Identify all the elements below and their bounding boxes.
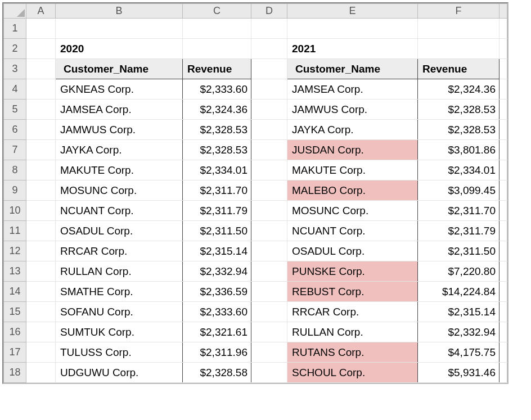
row-6[interactable]: 6JAMWUS Corp.$2,328.53JAYKA Corp.$2,328.… [4, 120, 507, 140]
right-rev-16[interactable]: $2,332.94 [418, 322, 500, 342]
cell-C1[interactable] [183, 19, 251, 39]
left-name-17[interactable]: TULUSS Corp. [56, 342, 183, 363]
left-header-rev[interactable]: Revenue [183, 59, 251, 79]
cell-A5[interactable] [26, 100, 56, 120]
right-rev-5[interactable]: $2,328.53 [418, 100, 500, 120]
row-3[interactable]: 3 Customer_Name Revenue Customer_Name Re… [4, 59, 507, 79]
right-rev-6[interactable]: $2,328.53 [418, 120, 500, 140]
right-rev-18[interactable]: $5,931.46 [418, 363, 500, 383]
right-name-4[interactable]: JAMSEA Corp. [287, 79, 418, 100]
cell-D5[interactable] [251, 100, 287, 120]
right-name-14[interactable]: REBUST Corp. [287, 282, 418, 302]
cell-E1[interactable] [287, 19, 418, 39]
cell-D18[interactable] [251, 363, 287, 383]
left-name-15[interactable]: SOFANU Corp. [56, 302, 183, 322]
cell-A17[interactable] [26, 342, 56, 363]
right-name-9[interactable]: MALEBO Corp. [287, 180, 418, 201]
right-name-12[interactable]: OSADUL Corp. [287, 241, 418, 261]
col-header-F[interactable]: F [418, 4, 500, 19]
cell-D9[interactable] [251, 180, 287, 201]
right-header-name[interactable]: Customer_Name [287, 59, 418, 79]
row-8[interactable]: 8MAKUTE Corp.$2,334.01MAKUTE Corp.$2,334… [4, 160, 507, 180]
right-name-6[interactable]: JAYKA Corp. [287, 120, 418, 140]
row-header-12[interactable]: 12 [4, 241, 26, 261]
right-name-15[interactable]: RRCAR Corp. [287, 302, 418, 322]
cell-A4[interactable] [26, 79, 56, 100]
cell-A1[interactable] [26, 19, 56, 39]
right-name-5[interactable]: JAMWUS Corp. [287, 100, 418, 120]
left-name-8[interactable]: MAKUTE Corp. [56, 160, 183, 180]
row-header-1[interactable]: 1 [4, 19, 26, 39]
right-rev-14[interactable]: $14,224.84 [418, 282, 500, 302]
row-header-15[interactable]: 15 [4, 302, 26, 322]
cell-A6[interactable] [26, 120, 56, 140]
row-header-13[interactable]: 13 [4, 261, 26, 282]
row-16[interactable]: 16SUMTUK Corp.$2,321.61RULLAN Corp.$2,33… [4, 322, 507, 342]
col-header-C[interactable]: C [183, 4, 251, 19]
cell-B2-year-left[interactable]: 2020 [56, 39, 183, 59]
cell-A10[interactable] [26, 201, 56, 221]
row-11[interactable]: 11OSADUL Corp.$2,311.50NCUANT Corp.$2,31… [4, 221, 507, 241]
cell-F2[interactable] [418, 39, 500, 59]
row-header-8[interactable]: 8 [4, 160, 26, 180]
row-header-9[interactable]: 9 [4, 180, 26, 201]
row-17[interactable]: 17TULUSS Corp.$2,311.96RUTANS Corp.$4,17… [4, 342, 507, 363]
cell-C2[interactable] [183, 39, 251, 59]
right-rev-8[interactable]: $2,334.01 [418, 160, 500, 180]
cell-A18[interactable] [26, 363, 56, 383]
left-name-11[interactable]: OSADUL Corp. [56, 221, 183, 241]
left-name-12[interactable]: RRCAR Corp. [56, 241, 183, 261]
col-header-D[interactable]: D [251, 4, 287, 19]
col-header-A[interactable]: A [26, 4, 56, 19]
grid[interactable]: A B C D E F 1 2 2020 2021 3 Customer_Nam… [3, 3, 507, 383]
left-name-9[interactable]: MOSUNC Corp. [56, 180, 183, 201]
cell-A14[interactable] [26, 282, 56, 302]
right-name-17[interactable]: RUTANS Corp. [287, 342, 418, 363]
column-header-row[interactable]: A B C D E F [4, 4, 507, 19]
left-rev-6[interactable]: $2,328.53 [183, 120, 251, 140]
left-name-6[interactable]: JAMWUS Corp. [56, 120, 183, 140]
cell-D16[interactable] [251, 322, 287, 342]
cell-D4[interactable] [251, 79, 287, 100]
left-name-16[interactable]: SUMTUK Corp. [56, 322, 183, 342]
cell-A13[interactable] [26, 261, 56, 282]
cell-A16[interactable] [26, 322, 56, 342]
row-header-3[interactable]: 3 [4, 59, 26, 79]
row-header-10[interactable]: 10 [4, 201, 26, 221]
col-header-B[interactable]: B [56, 4, 183, 19]
left-rev-15[interactable]: $2,333.60 [183, 302, 251, 322]
row-13[interactable]: 13RULLAN Corp.$2,332.94PUNSKE Corp.$7,22… [4, 261, 507, 282]
cell-D11[interactable] [251, 221, 287, 241]
cell-D6[interactable] [251, 120, 287, 140]
cell-D13[interactable] [251, 261, 287, 282]
row-1[interactable]: 1 [4, 19, 507, 39]
left-name-7[interactable]: JAYKA Corp. [56, 140, 183, 160]
row-5[interactable]: 5JAMSEA Corp.$2,324.36JAMWUS Corp.$2,328… [4, 100, 507, 120]
row-14[interactable]: 14SMATHE Corp.$2,336.59REBUST Corp.$14,2… [4, 282, 507, 302]
left-rev-16[interactable]: $2,321.61 [183, 322, 251, 342]
row-header-2[interactable]: 2 [4, 39, 26, 59]
right-name-11[interactable]: NCUANT Corp. [287, 221, 418, 241]
cell-D15[interactable] [251, 302, 287, 322]
left-name-18[interactable]: UDGUWU Corp. [56, 363, 183, 383]
left-rev-12[interactable]: $2,315.14 [183, 241, 251, 261]
row-12[interactable]: 12RRCAR Corp.$2,315.14OSADUL Corp.$2,311… [4, 241, 507, 261]
right-rev-9[interactable]: $3,099.45 [418, 180, 500, 201]
row-header-6[interactable]: 6 [4, 120, 26, 140]
cell-D10[interactable] [251, 201, 287, 221]
cell-A7[interactable] [26, 140, 56, 160]
cell-D8[interactable] [251, 160, 287, 180]
left-name-4[interactable]: GKNEAS Corp. [56, 79, 183, 100]
right-rev-15[interactable]: $2,315.14 [418, 302, 500, 322]
right-name-8[interactable]: MAKUTE Corp. [287, 160, 418, 180]
row-header-16[interactable]: 16 [4, 322, 26, 342]
left-rev-18[interactable]: $2,328.58 [183, 363, 251, 383]
left-name-14[interactable]: SMATHE Corp. [56, 282, 183, 302]
left-rev-13[interactable]: $2,332.94 [183, 261, 251, 282]
cell-A9[interactable] [26, 180, 56, 201]
left-rev-9[interactable]: $2,311.70 [183, 180, 251, 201]
spreadsheet[interactable]: A B C D E F 1 2 2020 2021 3 Customer_Nam… [2, 2, 508, 384]
cell-B1[interactable] [56, 19, 183, 39]
row-18[interactable]: 18UDGUWU Corp.$2,328.58SCHOUL Corp.$5,93… [4, 363, 507, 383]
right-rev-13[interactable]: $7,220.80 [418, 261, 500, 282]
